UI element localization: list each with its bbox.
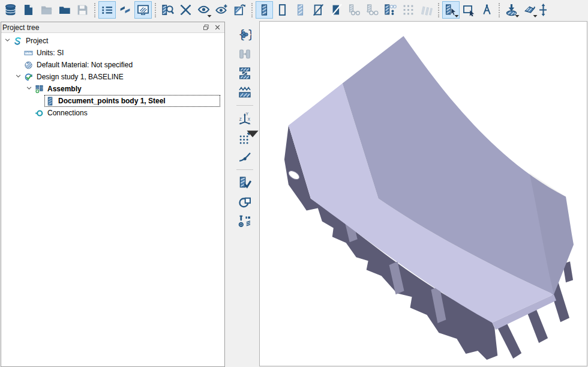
axes-icon: YXZ [238, 112, 251, 125]
save-icon [76, 4, 89, 16]
show-all-parts-button [418, 1, 435, 19]
virtual-fasteners-button[interactable] [236, 213, 254, 229]
open-database-button[interactable] [2, 1, 19, 19]
toolbar-group-display-modes [256, 1, 435, 19]
tree-expander[interactable] [25, 84, 34, 94]
tree-indent-spacer [35, 96, 44, 106]
new-project-button[interactable] [20, 1, 37, 19]
viewport-toggle-button[interactable] [134, 1, 152, 19]
find-part-button[interactable] [159, 1, 176, 19]
hide-part-button[interactable] [310, 1, 327, 19]
delete-cross-icon [179, 4, 192, 16]
show-part-button[interactable] [256, 1, 273, 19]
show-point-grid-button [400, 1, 417, 19]
project-tree-panel: Project tree ProjectUnits: SIDefault Mat… [1, 22, 225, 367]
tree-item-body[interactable]: Design study 1, BASELINE [23, 71, 220, 83]
hide-part-filled-button[interactable] [328, 1, 345, 19]
save-project-button [74, 1, 91, 19]
application-window: { "app": { "background": "#f0f0f0", "act… [0, 0, 588, 367]
tree-item-selected-box[interactable]: Document_points body 1, Steel [44, 95, 220, 107]
eye-plus-icon [215, 4, 228, 16]
bond-bars-icon [238, 67, 251, 80]
tree-item-design-study-1-baseline[interactable]: Design study 1, BASELINE [1, 71, 224, 83]
tree-expander[interactable] [14, 72, 23, 82]
review-connections-button[interactable] [236, 174, 254, 191]
tree-item-document-points-body-1-steel[interactable]: Document_points body 1, Steel [1, 95, 224, 107]
tree-indent-spacer [14, 48, 23, 58]
tree-item-label: Default Material: Not specified [37, 61, 133, 69]
import-cad-button[interactable] [56, 1, 73, 19]
bar-hatched-icon [258, 4, 271, 16]
tree-item-units-si[interactable]: Units: SI [1, 47, 224, 59]
toolbar-group-selection [442, 1, 496, 19]
section-view-button[interactable] [231, 1, 248, 19]
grid-dots-icon [402, 4, 415, 16]
visibility-options-button[interactable] [195, 1, 212, 19]
design-study-icon [23, 72, 34, 82]
paint-faces-button[interactable] [521, 1, 538, 19]
flags-icon [119, 4, 131, 16]
toolbar-group-panels [98, 1, 152, 19]
tree-item-body[interactable]: Units: SI [23, 47, 220, 59]
delete-entity-button[interactable] [177, 1, 194, 19]
dropdown-caret-icon [207, 14, 212, 18]
seam-weld-button[interactable] [236, 148, 254, 165]
mask-other-parts-button[interactable] [382, 1, 399, 19]
coordinate-system-button[interactable]: YXZ [236, 110, 254, 127]
import-loads-button[interactable] [503, 1, 520, 19]
viewport-3d[interactable] [259, 21, 587, 366]
tree-item-body[interactable]: Project [12, 35, 220, 47]
main-toolbar [0, 0, 588, 20]
toolbar-group-file [2, 1, 91, 19]
document-icon [22, 4, 35, 16]
svg-text:X: X [248, 117, 251, 121]
bonded-contact-button[interactable] [236, 65, 254, 82]
tree-indent-spacer [25, 108, 34, 118]
pick-points-button[interactable] [236, 129, 254, 146]
tree-item-connections[interactable]: Connections [1, 107, 224, 119]
bar-hatched-light-icon [294, 4, 307, 16]
rect-slash-icon [312, 4, 325, 16]
replace-part-button[interactable] [236, 193, 254, 210]
project-tree-titlebar: Project tree [1, 22, 224, 33]
float-icon [203, 24, 209, 31]
spot-weld-button[interactable] [236, 84, 254, 101]
panel-window-buttons [200, 23, 223, 32]
tree-item-assembly[interactable]: Assembly [1, 83, 224, 95]
toolbar-separator [94, 3, 95, 17]
toolbar-separator [236, 105, 253, 106]
ruler-icon [23, 48, 34, 58]
box-select-button[interactable] [460, 1, 478, 19]
tree-item-default-material-not-specified[interactable]: Default Material: Not specified [1, 59, 224, 71]
connections-icon [34, 108, 44, 118]
automatic-connections-button[interactable]: {} [236, 26, 254, 43]
show-outline-button[interactable] [274, 1, 291, 19]
mask-part-button [346, 1, 363, 19]
chevron-down-icon [4, 37, 11, 45]
tree-expander[interactable] [3, 36, 12, 46]
show-transparent-button[interactable] [292, 1, 309, 19]
move-part-button[interactable] [539, 1, 547, 19]
dropdown-caret-icon [454, 14, 459, 18]
body-hatched-icon [45, 96, 55, 106]
project-tree-title: Project tree [2, 23, 39, 32]
bookmarks-toggle-button[interactable] [116, 1, 134, 19]
tree-item-label: Connections [47, 109, 88, 117]
dropdown-caret-icon [533, 14, 538, 18]
tree-item-body[interactable]: Connections [34, 107, 220, 119]
float-panel-button[interactable] [200, 23, 212, 32]
project-tree-toggle-button[interactable] [98, 1, 116, 19]
tree-item-body[interactable]: Default Material: Not specified [23, 59, 220, 71]
close-panel-button[interactable] [212, 23, 223, 32]
connections-toolbar: {}YXZ [231, 25, 259, 231]
compass-icon [481, 4, 493, 16]
chevron-down-icon [26, 85, 32, 93]
measure-button[interactable] [478, 1, 496, 19]
unmask-part-button [364, 1, 381, 19]
tree-item-project[interactable]: Project [1, 35, 224, 47]
toolbar-separator [155, 3, 156, 17]
show-additional-button[interactable] [213, 1, 230, 19]
tree-item-body[interactable]: Assembly [34, 83, 220, 95]
select-parts-button[interactable] [442, 1, 460, 19]
material-sphere-icon [23, 60, 34, 70]
